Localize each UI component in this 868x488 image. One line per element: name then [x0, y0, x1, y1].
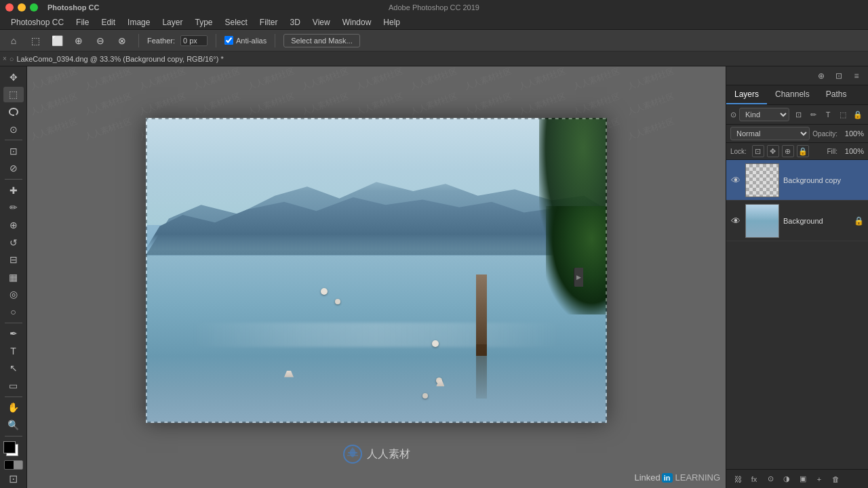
tab-paths[interactable]: Paths	[818, 85, 855, 104]
options-bar: ⌂ ⬚ ⬜ ⊕ ⊖ ⊗ Feather: Anti-alias Select a…	[0, 30, 868, 52]
tab-layers[interactable]: Layers	[726, 85, 767, 104]
lock-pixels-icon[interactable]: ⊡	[752, 145, 764, 157]
link-layers-button[interactable]: ⛓	[730, 472, 745, 487]
zoom-tool[interactable]: 🔍	[3, 417, 24, 433]
canvas-area[interactable]: 人人素材社区 人人素材社区 人人素材社区 人人素材社区 人人素材社区 人人素材社…	[27, 66, 726, 488]
tab-label[interactable]: LakeComo_0394.dng @ 33.3% (Background co…	[17, 55, 224, 63]
lasso-tool[interactable]	[3, 104, 24, 120]
pen-tool[interactable]: ✒	[3, 325, 24, 342]
filter-icon3[interactable]: T	[822, 108, 834, 121]
lock-artboards-icon[interactable]: ⊕	[782, 145, 794, 157]
menu-type[interactable]: Type	[189, 16, 218, 28]
anti-alias-checkbox[interactable]: Anti-alias	[224, 36, 267, 45]
layer-visibility-icon-1[interactable]: 👁	[730, 175, 741, 186]
panel-bottom: ⛓ fx ⊙ ◑ ▣ + 🗑	[726, 469, 868, 488]
lock-all-icon[interactable]: 🔒	[797, 145, 809, 157]
buoy-5	[422, 393, 428, 399]
foreground-color[interactable]	[3, 441, 16, 453]
lasso-tool-option1[interactable]: ⬚	[27, 33, 43, 49]
filter-kind-select[interactable]: Kind	[739, 108, 789, 121]
color-chips[interactable]	[3, 441, 24, 458]
path-selection-tool[interactable]: ↖	[3, 361, 24, 377]
layer-thumb-background-copy	[745, 163, 779, 197]
anti-alias-check[interactable]	[224, 36, 233, 45]
layer-visibility-icon-2[interactable]: 👁	[730, 216, 741, 226]
menu-window[interactable]: Window	[337, 16, 377, 28]
blend-mode-row: Normal Opacity: 100%	[726, 125, 868, 143]
layer-style-button[interactable]: fx	[747, 472, 762, 487]
home-button[interactable]: ⌂	[5, 33, 22, 49]
maximize-button[interactable]	[30, 3, 38, 12]
window-title: Adobe Photoshop CC 2019	[389, 3, 479, 12]
filter-icon2[interactable]: ✏	[807, 108, 819, 121]
blend-mode-select[interactable]: Normal	[730, 127, 810, 140]
healing-brush-tool[interactable]: ✚	[3, 182, 24, 199]
stamp-tool[interactable]: ⊕	[3, 217, 24, 233]
crop-tool[interactable]: ⊡	[3, 143, 24, 159]
eraser-tool[interactable]: ⊟	[3, 251, 24, 268]
menu-file[interactable]: File	[71, 16, 94, 28]
blur-tool[interactable]: ◎	[3, 287, 24, 303]
menu-filter[interactable]: Filter	[254, 16, 283, 28]
layer-background-copy[interactable]: 👁 Background copy	[726, 160, 868, 201]
menu-3d[interactable]: 3D	[285, 16, 306, 28]
lock-position-icon[interactable]: ✥	[767, 145, 779, 157]
gradient-tool[interactable]: ▦	[3, 269, 24, 285]
divider3	[275, 34, 275, 47]
menu-image[interactable]: Image	[122, 16, 155, 28]
quick-mask-mode[interactable]	[4, 460, 23, 470]
fill-value[interactable]: 100%	[840, 147, 864, 155]
buoy-3	[432, 340, 439, 347]
close-button[interactable]	[5, 3, 14, 12]
opacity-value[interactable]: 100%	[840, 129, 864, 138]
panel-search-icon[interactable]: ⊕	[814, 68, 829, 83]
panel-icon2[interactable]: ⊡	[831, 68, 846, 83]
menu-view[interactable]: View	[307, 16, 336, 28]
marquee-tool[interactable]: ⬚	[3, 87, 24, 103]
layer-mask-button[interactable]: ⊙	[763, 472, 778, 487]
layer-background[interactable]: 👁 Background 🔒	[726, 201, 868, 241]
menu-select[interactable]: Select	[219, 16, 252, 28]
filter-icon4[interactable]: ⬚	[837, 108, 849, 121]
panel-bottom-left-icons: ⛓ fx ⊙ ◑ ▣ + 🗑	[730, 472, 843, 487]
lasso-tool-option4[interactable]: ⊖	[92, 33, 108, 49]
collapse-chevron-icon: ▶	[576, 274, 581, 281]
menu-help[interactable]: Help	[378, 16, 406, 28]
delete-layer-button[interactable]: 🗑	[828, 472, 843, 487]
window-controls[interactable]	[5, 3, 38, 12]
lasso-tool-option2[interactable]: ⬜	[49, 33, 65, 49]
menu-photoshop[interactable]: Photoshop CC	[5, 16, 69, 28]
lasso-tool-option5[interactable]: ⊗	[114, 33, 130, 49]
tool-sep1	[5, 140, 22, 140]
move-tool[interactable]: ✥	[3, 69, 24, 85]
brush-tool[interactable]: ✏	[3, 200, 24, 216]
filter-icon1[interactable]: ⊡	[792, 108, 804, 121]
tab-close-button[interactable]: ×	[3, 55, 7, 62]
new-fill-layer-button[interactable]: ◑	[779, 472, 794, 487]
panel-collapse-button[interactable]: ▶	[574, 268, 583, 287]
history-brush-tool[interactable]: ↺	[3, 235, 24, 251]
type-tool[interactable]: T	[3, 343, 24, 359]
lasso-tool-option3[interactable]: ⊕	[71, 33, 87, 49]
pier-reflection	[476, 344, 487, 399]
tab-channels[interactable]: Channels	[767, 85, 818, 104]
select-and-mask-button[interactable]: Select and Mask...	[283, 34, 360, 47]
panel-icon3[interactable]: ≡	[849, 68, 864, 83]
tree-right-mid	[546, 206, 607, 314]
hand-tool[interactable]: ✋	[3, 400, 24, 416]
shape-tool[interactable]: ▭	[3, 378, 24, 394]
filter-icon5[interactable]: 🔒	[852, 108, 864, 121]
screen-mode-button[interactable]: ⊡	[9, 472, 18, 485]
new-group-button[interactable]: ▣	[795, 472, 810, 487]
right-panel: ⊕ ⊡ ≡ Layers Channels Paths ⊙ Kind ⊡ ✏ T…	[726, 66, 868, 488]
lock-row: Lock: ⊡ ✥ ⊕ 🔒 Fill: 100%	[726, 143, 868, 160]
dodge-tool[interactable]: ○	[3, 304, 24, 320]
feather-input[interactable]	[180, 35, 208, 46]
minimize-button[interactable]	[18, 3, 26, 12]
menu-edit[interactable]: Edit	[96, 16, 121, 28]
tool-sep5	[5, 436, 22, 436]
new-layer-button[interactable]: +	[812, 472, 827, 487]
menu-layer[interactable]: Layer	[157, 16, 188, 28]
eyedropper-tool[interactable]: ⊘	[3, 161, 24, 177]
quick-selection-tool[interactable]: ⊙	[3, 121, 24, 138]
